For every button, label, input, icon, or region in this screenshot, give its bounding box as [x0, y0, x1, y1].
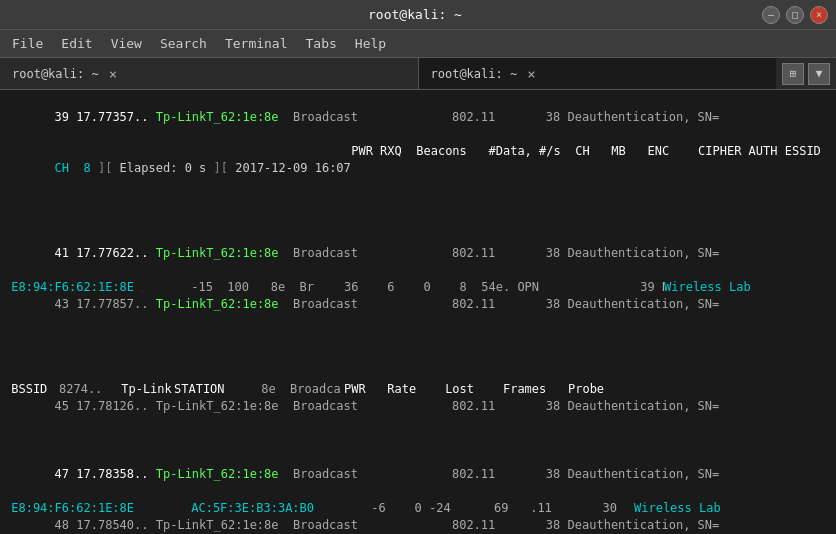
tab-left[interactable]: root@kali: ~ ×: [0, 58, 418, 89]
menu-file[interactable]: File: [4, 34, 51, 53]
terminal-line-ap-data: 43 17.77857.. Tp-LinkT_62:1e:8e Broadcas…: [4, 279, 832, 364]
tab-section-right: root@kali: ~ × ⊞ ▼: [419, 58, 837, 89]
close-button[interactable]: ×: [810, 6, 828, 24]
menu-tabs[interactable]: Tabs: [298, 34, 345, 53]
menu-edit[interactable]: Edit: [53, 34, 100, 53]
terminal-line: 47 17.78358.. Tp-LinkT_62:1e:8e Broadcas…: [4, 449, 832, 500]
tab-left-label: root@kali: ~: [12, 67, 99, 81]
tab-section-left: root@kali: ~ ×: [0, 58, 419, 89]
terminal-line-ch: CH 8 ][ Elapsed: 0 s ][ 2017-12-09 16:07…: [4, 143, 832, 228]
maximize-button[interactable]: □: [786, 6, 804, 24]
terminal-content[interactable]: 39 17.77357.. Tp-LinkT_62:1e:8e Broadcas…: [0, 90, 836, 534]
tab-bar: root@kali: ~ × root@kali: ~ × ⊞ ▼: [0, 58, 836, 90]
tab-menu-icon[interactable]: ▼: [808, 63, 830, 85]
menu-terminal[interactable]: Terminal: [217, 34, 296, 53]
tab-right-close[interactable]: ×: [525, 66, 537, 82]
title-bar: root@kali: ~ – □ ×: [0, 0, 836, 30]
terminal-line: 41 17.77622.. Tp-LinkT_62:1e:8e Broadcas…: [4, 228, 832, 279]
menu-help[interactable]: Help: [347, 34, 394, 53]
terminal-line: [4, 364, 832, 381]
tab-right-label: root@kali: ~: [431, 67, 518, 81]
menu-search[interactable]: Search: [152, 34, 215, 53]
wm-controls: – □ ×: [762, 6, 828, 24]
minimize-button[interactable]: –: [762, 6, 780, 24]
terminal-line-station-header: 45 17.78126.. Tp-LinkT_62:1e:8e Broadcas…: [4, 381, 832, 449]
terminal-line: 39 17.77357.. Tp-LinkT_62:1e:8e Broadcas…: [4, 92, 832, 143]
tab-action-icons: ⊞ ▼: [776, 58, 836, 89]
tab-left-close[interactable]: ×: [107, 66, 119, 82]
menu-view[interactable]: View: [103, 34, 150, 53]
terminal-line-station-data: 48 17.78540.. Tp-LinkT_62:1e:8e Broadcas…: [4, 500, 832, 534]
tab-right[interactable]: root@kali: ~ ×: [419, 58, 777, 89]
main-area: 39 17.77357.. Tp-LinkT_62:1e:8e Broadcas…: [0, 90, 836, 534]
title-bar-title: root@kali: ~: [68, 7, 762, 22]
menu-bar: File Edit View Search Terminal Tabs Help: [0, 30, 836, 58]
tab-new-icon[interactable]: ⊞: [782, 63, 804, 85]
